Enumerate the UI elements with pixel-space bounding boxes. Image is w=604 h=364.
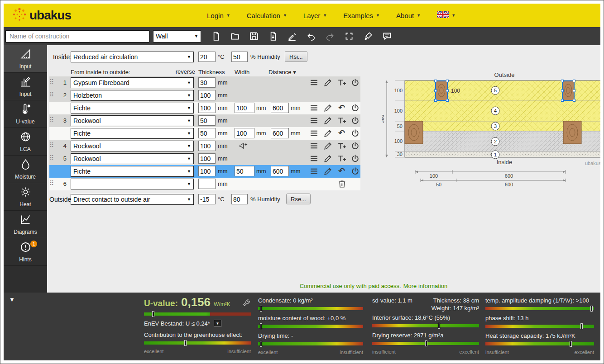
inside-temp-input[interactable] — [198, 52, 216, 62]
thickness-input[interactable] — [198, 77, 216, 88]
reset-section-icon[interactable]: ↶ — [337, 128, 346, 138]
wood-stud[interactable] — [405, 121, 423, 144]
nav-examples[interactable]: Examples▼ — [343, 12, 380, 19]
width-input[interactable] — [235, 103, 254, 113]
edit-layer-icon[interactable] — [323, 154, 333, 163]
sidebar-item-lca[interactable]: LCA — [4, 128, 47, 156]
distance-input[interactable] — [271, 166, 289, 176]
reset-section-icon[interactable]: ↶ — [337, 166, 346, 176]
layer-menu-icon[interactable] — [309, 166, 319, 176]
material-select[interactable]: Rockwool▼ — [71, 153, 194, 164]
redo-icon[interactable] — [325, 31, 335, 41]
edit-layer-icon[interactable] — [323, 103, 333, 113]
more-information-link[interactable]: More information — [403, 283, 448, 289]
edit-layer-icon[interactable] — [323, 128, 333, 138]
reset-section-icon[interactable]: ↶ — [337, 103, 346, 113]
width-input[interactable] — [235, 128, 254, 138]
toggle-layer-icon[interactable] — [350, 154, 360, 163]
paintbrush-icon[interactable] — [363, 31, 373, 41]
toggle-layer-icon[interactable] — [350, 103, 360, 113]
drag-handle-icon[interactable]: ⠿ — [49, 154, 54, 161]
material-select[interactable]: Fichte▼ — [71, 166, 194, 177]
undo-icon[interactable] — [306, 31, 316, 41]
material-select[interactable]: Gypsum Fibreboard▼ — [71, 77, 194, 88]
toggle-layer-icon[interactable] — [350, 166, 360, 176]
enev-dropdown[interactable]: ▼ — [214, 320, 221, 327]
distance-input[interactable] — [271, 128, 289, 138]
add-section-icon[interactable] — [337, 116, 346, 125]
thickness-input[interactable] — [198, 141, 216, 151]
thickness-input[interactable] — [198, 179, 216, 189]
open-folder-icon[interactable] — [230, 31, 240, 41]
delete-layer-icon[interactable] — [337, 179, 347, 189]
add-wedge-icon[interactable] — [239, 141, 248, 151]
save-icon[interactable] — [249, 31, 259, 41]
add-section-icon[interactable] — [337, 141, 346, 151]
material-select[interactable]: Rockwool▼ — [71, 141, 194, 151]
drag-handle-icon[interactable]: ⠿ — [49, 91, 54, 98]
drag-handle-icon[interactable]: ⠿ — [49, 116, 54, 123]
toggle-layer-icon[interactable] — [350, 141, 360, 151]
comments-icon[interactable] — [382, 31, 392, 41]
wood-stud-selected[interactable] — [561, 80, 575, 102]
fit-view-icon[interactable] — [344, 31, 354, 41]
wall-cross-section[interactable]: Outside — [382, 71, 600, 191]
edit-layer-icon[interactable] — [323, 166, 333, 176]
reverse-link[interactable]: reverse — [161, 68, 195, 75]
thickness-input[interactable] — [198, 115, 216, 126]
wood-stud[interactable] — [563, 121, 581, 144]
drag-handle-icon[interactable]: ⠿ — [49, 180, 54, 187]
layer-1-gypsum[interactable] — [405, 151, 600, 157]
distance-header[interactable]: Distance ▾ — [268, 69, 296, 76]
construction-type-select[interactable]: Wall ▼ — [153, 30, 201, 43]
sidebar-item-input-2[interactable]: Input — [4, 73, 47, 100]
sidebar-item-u-value[interactable]: U-value — [4, 100, 47, 128]
material-select[interactable]: Holzbeton▼ — [71, 90, 194, 101]
layer-4-rockwool[interactable] — [405, 101, 600, 121]
outside-humidity-input[interactable] — [231, 194, 248, 204]
layer-menu-icon[interactable] — [309, 128, 319, 138]
edit-layer-icon[interactable] — [323, 78, 333, 87]
drag-handle-icon[interactable]: ⠿ — [49, 142, 54, 149]
outside-temp-input[interactable] — [198, 194, 216, 204]
drag-handle-icon[interactable]: ⠿ — [49, 78, 54, 85]
inside-humidity-input[interactable] — [231, 52, 248, 62]
collapse-results-button[interactable]: ▼ — [9, 296, 15, 303]
new-document-icon[interactable] — [211, 31, 221, 41]
sidebar-item-moisture[interactable]: Moisture — [4, 156, 47, 183]
toggle-layer-icon[interactable] — [350, 116, 360, 125]
logo[interactable]: ubakus — [11, 6, 71, 25]
export-pdf-icon[interactable] — [268, 31, 278, 41]
nav-login[interactable]: Login▼ — [207, 12, 230, 19]
thickness-input[interactable] — [198, 90, 216, 100]
sidebar-item-hints[interactable]: 1 Hints — [4, 238, 47, 266]
nav-about[interactable]: About▼ — [396, 12, 421, 19]
layer-menu-icon[interactable] — [309, 154, 319, 163]
edit-layer-icon[interactable] — [323, 141, 333, 151]
material-select[interactable]: Fichte▼ — [71, 128, 194, 139]
wood-stud-selected[interactable] — [435, 80, 449, 102]
inside-condition-select[interactable]: Reduced air circulation▼ — [71, 52, 194, 62]
toggle-layer-icon[interactable] — [350, 78, 360, 87]
thickness-input[interactable] — [198, 103, 216, 113]
sidebar-item-diagrams[interactable]: Diagrams — [4, 211, 47, 238]
rsi-button[interactable]: Rsi... — [285, 51, 307, 62]
layer-menu-icon[interactable] — [309, 116, 319, 125]
material-select[interactable]: Fichte▼ — [71, 103, 194, 113]
signature-icon[interactable] — [287, 31, 297, 41]
layer-menu-icon[interactable] — [309, 103, 319, 113]
thickness-input[interactable] — [198, 166, 216, 176]
material-select[interactable]: Rockwool▼ — [71, 115, 194, 126]
sidebar-item-heat[interactable]: Heat — [4, 183, 47, 211]
sidebar-item-input-1[interactable]: Input — [4, 45, 47, 73]
thickness-input[interactable] — [198, 153, 216, 164]
toggle-layer-icon[interactable] — [350, 128, 360, 138]
layer-menu-icon[interactable] — [309, 141, 319, 151]
distance-input[interactable] — [271, 103, 289, 113]
outside-condition-select[interactable]: Direct contact to outside air▼ — [71, 194, 194, 205]
add-section-icon[interactable] — [337, 154, 346, 163]
thickness-input[interactable] — [198, 128, 216, 138]
nav-calculation[interactable]: Calculation▼ — [247, 12, 287, 19]
edit-layer-icon[interactable] — [323, 116, 333, 125]
add-section-icon[interactable] — [337, 78, 346, 87]
